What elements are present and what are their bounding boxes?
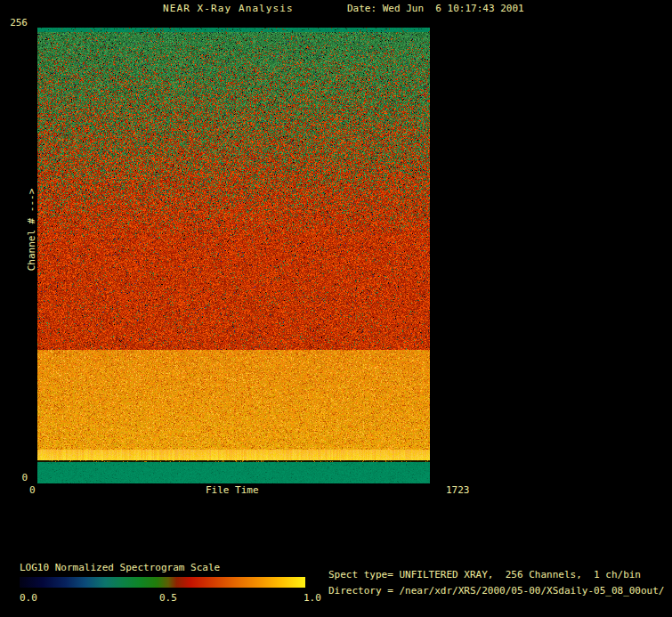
colorbar-gradient [20, 577, 305, 588]
y-axis-max-label: 256 [4, 18, 28, 28]
spect-type-text: Spect type= UNFILTERED XRAY, 256 Channel… [328, 570, 641, 580]
x-axis-min-label: 0 [29, 485, 36, 496]
colorbar-title: LOG10 Normalized Spectrogram Scale [20, 563, 220, 573]
y-axis-min-label: 0 [4, 473, 28, 483]
directory-text: Directory = /near/xdr/XRS/2000/05-00/XSd… [328, 586, 665, 597]
x-axis-title: File Time [206, 485, 259, 496]
colorbar-tick-mid: 0.5 [159, 593, 177, 604]
spectrogram-canvas [37, 28, 430, 483]
app-screen: NEAR X-Ray Analysis Date: Wed Jun 6 10:1… [0, 0, 672, 617]
x-axis-max-label: 1723 [446, 485, 470, 496]
date-label: Date: Wed Jun 6 10:17:43 2001 [347, 4, 524, 14]
plot-area [37, 28, 430, 483]
y-axis-title: Channel # ---> [27, 189, 37, 272]
colorbar-tick-max: 1.0 [304, 593, 321, 604]
colorbar-tick-min: 0.0 [20, 593, 37, 604]
page-title: NEAR X-Ray Analysis [163, 4, 294, 14]
